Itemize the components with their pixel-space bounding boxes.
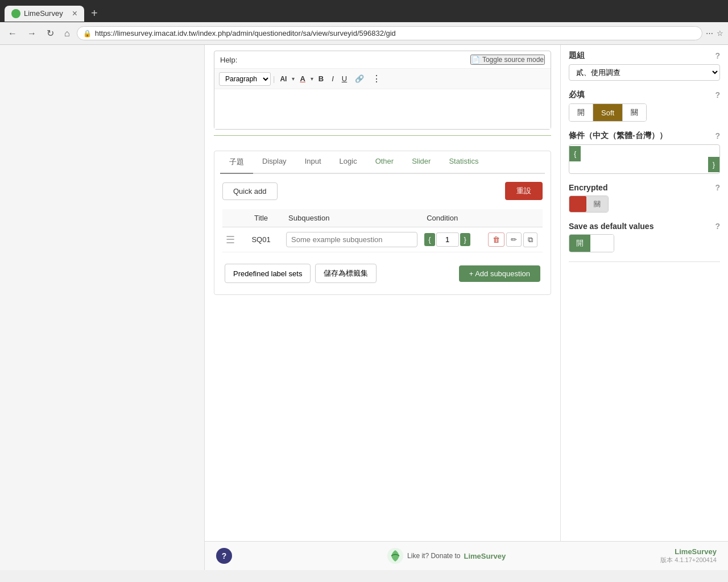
encrypted-knob [569, 196, 586, 212]
tab-other[interactable]: Other [366, 151, 403, 174]
condition-value-input[interactable] [436, 232, 459, 247]
reset-button[interactable]: 重設 [505, 182, 543, 200]
tab-title: LimeSurvey [24, 9, 63, 18]
condition-close-bracket: } [708, 157, 719, 172]
predefined-label-sets-button[interactable]: Predefined label sets [225, 264, 311, 283]
mandatory-toggle-group: 開 Soft 關 [569, 103, 647, 122]
donate-area: Like it? Donate to LimeSurvey [387, 547, 506, 564]
editor-content-area[interactable] [214, 89, 551, 129]
save-default-section: Save as default values ? 開 [569, 222, 720, 252]
chevron-down-icon: ▾ [292, 76, 295, 82]
table-row: ☰ [222, 227, 543, 252]
tabs-bar: 子題 Display Input Logic Other Slider Stat… [220, 151, 545, 174]
limesurvey-version-label: LimeSurvey [660, 547, 717, 556]
save-default-toggle[interactable]: 開 [569, 234, 614, 252]
subquestion-code-input[interactable] [247, 235, 275, 244]
delete-row-button[interactable]: 🗑 [488, 232, 504, 247]
tab-display[interactable]: Display [253, 151, 296, 174]
add-subquestion-button[interactable]: + Add subquestion [459, 265, 540, 282]
condition-open-bracket: { [569, 146, 581, 161]
tab-slider[interactable]: Slider [403, 151, 440, 174]
chevron-down-icon2: ▾ [311, 76, 313, 82]
help-label: Help: [220, 56, 237, 64]
mandatory-help-icon[interactable]: ? [715, 90, 720, 99]
bottom-bar: ? Like it? Donate to LimeSurvey LimeSurv… [205, 541, 728, 570]
encrypted-help-icon[interactable]: ? [715, 183, 720, 192]
tabs-section: 子題 Display Input Logic Other Slider Stat… [214, 151, 551, 295]
col-subquestion: Subquestion [283, 209, 421, 227]
col-condition: Condition [421, 209, 486, 227]
tab-content-area: Quick add 重設 Title Subquestion Condition [220, 174, 545, 283]
footer-actions: Predefined label sets 儲存為標籤集 + Add subqu… [222, 264, 543, 283]
refresh-button[interactable]: ↻ [43, 26, 57, 41]
forward-button[interactable]: → [24, 26, 40, 41]
ai-button[interactable]: AI [277, 73, 289, 85]
back-button[interactable]: ← [5, 26, 20, 41]
cond-open-bracket: { [424, 233, 435, 246]
bookmark-icon: ☆ [717, 29, 723, 38]
tab-statistics[interactable]: Statistics [440, 151, 487, 174]
file-icon: 📄 [471, 56, 480, 64]
close-tab-button[interactable]: × [72, 9, 77, 18]
underline-button[interactable]: U [339, 73, 350, 85]
question-group-section: 題組 ? 貳、使用調查 [569, 51, 720, 81]
section-divider [214, 135, 551, 136]
question-group-help-icon[interactable]: ? [715, 51, 720, 60]
toggle-source-button[interactable]: 📄 Toggle source mode [470, 55, 545, 65]
lock-icon: 🔒 [83, 30, 92, 38]
donate-text: Like it? Donate to [407, 552, 460, 560]
condition-section: 條件（中文（繁體-台灣）） ? { } [569, 131, 720, 174]
left-sidebar [0, 45, 205, 570]
more-button[interactable]: ⋮ [369, 72, 384, 86]
new-tab-button[interactable]: + [86, 5, 102, 22]
encrypted-label: Encrypted ? [569, 183, 720, 192]
edit-row-button[interactable]: ✏ [506, 232, 522, 247]
condition-help-icon[interactable]: ? [715, 131, 720, 140]
mandatory-off-button[interactable]: 關 [623, 104, 646, 121]
url-text: https://limesurvey.imacat.idv.tw/index.p… [95, 29, 696, 38]
col-title: Title [239, 209, 283, 227]
mandatory-on-button[interactable]: 開 [569, 104, 593, 121]
mandatory-label: 必填 ? [569, 90, 720, 100]
version-number: 版本 4.1.17+200414 [660, 556, 717, 564]
condition-field: { } [569, 144, 720, 174]
font-color-button[interactable]: A [297, 73, 308, 85]
mandatory-section: 必填 ? 開 Soft 關 [569, 90, 720, 122]
center-panel: Help: 📄 Toggle source mode Paragraph | [205, 45, 560, 541]
tab-subtopic[interactable]: 子題 [220, 151, 253, 174]
tab-input[interactable]: Input [296, 151, 330, 174]
tab-favicon [11, 9, 20, 18]
help-button[interactable]: ? [216, 548, 232, 564]
limesurvey-link[interactable]: LimeSurvey [464, 552, 506, 560]
mandatory-soft-button[interactable]: Soft [593, 104, 623, 121]
copy-row-button[interactable]: ⧉ [523, 232, 537, 247]
save-on-button[interactable]: 開 [569, 235, 590, 252]
question-group-label: 題組 ? [569, 51, 720, 61]
bold-button[interactable]: B [316, 73, 326, 85]
link-button[interactable]: 🔗 [352, 73, 367, 85]
question-group-select[interactable]: 貳、使用調查 [569, 64, 720, 81]
home-button[interactable]: ⌂ [61, 26, 73, 41]
save-default-label: Save as default values ? [569, 222, 720, 231]
save-labels-button[interactable]: 儲存為標籤集 [315, 264, 377, 283]
paragraph-select[interactable]: Paragraph [219, 72, 271, 86]
encrypted-toggle[interactable]: 關 [569, 196, 609, 213]
cond-close-bracket: } [460, 233, 470, 246]
tab-logic[interactable]: Logic [330, 151, 366, 174]
quick-add-row: Quick add 重設 [222, 182, 543, 200]
editor-toolbar: Paragraph | AI ▾ A ▾ B I U 🔗 ⋮ [214, 68, 551, 89]
italic-button[interactable]: I [329, 73, 337, 85]
encrypted-off-label: 關 [586, 196, 608, 212]
condition-cell: { } [424, 232, 482, 247]
subquestion-text-input[interactable] [286, 232, 417, 247]
address-bar[interactable]: 🔒 https://limesurvey.imacat.idv.tw/index… [77, 26, 702, 40]
save-default-help-icon[interactable]: ? [715, 222, 720, 231]
quick-add-button[interactable]: Quick add [222, 182, 278, 200]
browser-tab[interactable]: LimeSurvey × [5, 6, 84, 22]
condition-textarea[interactable] [581, 145, 708, 173]
version-info: LimeSurvey 版本 4.1.17+200414 [660, 547, 717, 564]
right-panel: 題組 ? 貳、使用調查 必填 ? 開 Soft [560, 45, 728, 541]
nav-extras: ⋯ ☆ [706, 29, 723, 38]
lime-logo [387, 547, 404, 564]
drag-handle-icon[interactable]: ☰ [226, 234, 235, 246]
